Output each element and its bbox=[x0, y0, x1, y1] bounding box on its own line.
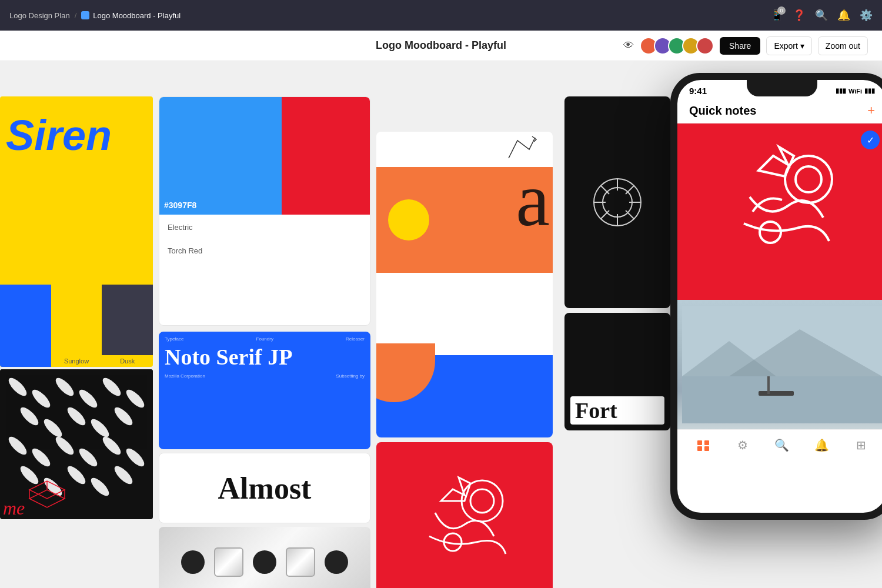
share-button[interactable]: Share bbox=[720, 37, 760, 55]
device-badge: 0 bbox=[777, 6, 786, 15]
export-label: Export bbox=[774, 41, 797, 51]
noto-subtitle-left: Typeface bbox=[165, 336, 183, 342]
search-icon[interactable]: 🔍 bbox=[815, 9, 828, 22]
almost-card: Almost bbox=[159, 453, 370, 523]
avatar-5 bbox=[696, 37, 714, 55]
noto-footer-left: Mozilla Corporation bbox=[165, 373, 205, 379]
sunglow-label: Sunglow bbox=[64, 355, 89, 367]
svg-line-9 bbox=[601, 186, 609, 194]
black-design-card bbox=[564, 96, 670, 308]
svg-point-44 bbox=[760, 222, 781, 243]
svg-line-11 bbox=[626, 186, 634, 194]
torch-red-swatch bbox=[282, 97, 370, 215]
svg-rect-53 bbox=[697, 446, 702, 451]
palette-card: #3097F8 Electric Torch Red bbox=[159, 96, 370, 326]
palette-bottom: Electric bbox=[159, 215, 370, 239]
fortune-text: Fort bbox=[575, 398, 617, 423]
noto-title: Noto Serif JP bbox=[159, 342, 370, 370]
nav-grid-icon[interactable]: ⊞ bbox=[853, 437, 869, 453]
export-chevron: ▾ bbox=[800, 41, 804, 51]
dusk-swatch-block bbox=[102, 285, 153, 355]
gear-svg bbox=[582, 167, 653, 238]
red-logo-card bbox=[376, 442, 553, 588]
dot-1 bbox=[181, 550, 205, 574]
svg-point-1 bbox=[470, 489, 494, 513]
yellow-swatch-block bbox=[51, 285, 102, 355]
palette-top: #3097F8 bbox=[159, 97, 370, 215]
blue-swatch bbox=[0, 285, 51, 367]
svg-point-0 bbox=[462, 480, 503, 522]
breadcrumb-current: Logo Moodboard - Playful bbox=[81, 11, 181, 20]
page-title: Logo Moodboard - Playful bbox=[376, 39, 506, 52]
zoom-out-button[interactable]: Zoom out bbox=[818, 36, 868, 55]
svg-rect-51 bbox=[697, 440, 702, 445]
notification-icon[interactable]: 🔔 bbox=[837, 9, 850, 22]
siren-card: Siren Sunglow Dusk bbox=[0, 96, 153, 367]
svg-text:me: me bbox=[3, 497, 25, 519]
phone-time: 9:41 bbox=[689, 86, 707, 96]
phone-logo bbox=[677, 123, 882, 300]
settings-icon[interactable]: ⚙️ bbox=[860, 9, 873, 22]
svg-rect-50 bbox=[767, 376, 770, 394]
landscape-svg bbox=[682, 306, 882, 423]
abstract-composition-card: a bbox=[376, 132, 553, 437]
noto-subtitle-right: Releaser bbox=[346, 336, 365, 342]
sketch-text-svg: me bbox=[0, 488, 118, 523]
svg-point-43 bbox=[796, 166, 821, 192]
svg-rect-54 bbox=[704, 446, 709, 451]
top-bar-actions: 📱 0 ❓ 🔍 🔔 ⚙️ bbox=[770, 9, 873, 22]
phone-plus-button[interactable]: + bbox=[867, 103, 875, 118]
canvas: Siren Sunglow Dusk #3097F8 bbox=[0, 61, 882, 588]
phone-red-section: ✓ bbox=[677, 123, 882, 300]
dot-3 bbox=[325, 550, 348, 574]
phone-bottom-nav: ⚙ 🔍 🔔 ⊞ bbox=[677, 429, 882, 460]
phone-header: Quick notes + bbox=[677, 98, 882, 123]
nav-home-icon[interactable] bbox=[695, 437, 711, 453]
signal-icon: ▮▮▮ bbox=[836, 87, 846, 95]
phone-check-icon: ✓ bbox=[861, 131, 880, 149]
phone-blue-section bbox=[677, 300, 882, 429]
phone-title: Quick notes bbox=[689, 104, 756, 118]
nav-settings-icon[interactable]: ⚙ bbox=[734, 437, 751, 453]
svg-line-12 bbox=[601, 211, 609, 219]
dot-2 bbox=[253, 550, 276, 574]
fortune-card: Fort bbox=[564, 313, 670, 430]
avatar-group bbox=[640, 37, 714, 55]
svg-rect-46 bbox=[682, 376, 882, 423]
noto-card: Typeface Foundry Releaser Noto Serif JP … bbox=[159, 332, 370, 449]
doc-icon bbox=[81, 11, 89, 19]
svg-point-42 bbox=[785, 156, 832, 203]
battery-icon: ▮▮▮ bbox=[864, 87, 875, 95]
viewers-icon: 👁 bbox=[623, 39, 634, 52]
almost-text: Almost bbox=[218, 471, 312, 506]
device-icon[interactable]: 📱 0 bbox=[770, 9, 783, 22]
breadcrumb-parent[interactable]: Logo Design Plan bbox=[9, 11, 70, 20]
breadcrumb-separator: / bbox=[75, 11, 77, 20]
electric-hex: #3097F8 bbox=[164, 201, 196, 210]
arc-section bbox=[376, 273, 553, 437]
noto-subtitle-mid: Foundry bbox=[256, 336, 273, 342]
blue-swatch-block bbox=[0, 285, 51, 367]
dusk-label: Dusk bbox=[120, 355, 135, 367]
fortune-label-bg: Fort bbox=[570, 396, 664, 425]
nav-search-icon[interactable]: 🔍 bbox=[774, 437, 790, 453]
svg-line-10 bbox=[626, 211, 634, 219]
phone-screen: 9:41 ▮▮▮ WiFi ▮▮▮ Quick notes + ✓ bbox=[677, 80, 882, 513]
orange-section: a bbox=[376, 167, 553, 273]
help-icon[interactable]: ❓ bbox=[793, 9, 806, 22]
phone-landscape bbox=[677, 300, 882, 429]
title-bar-right: 👁 Share Export ▾ Zoom out bbox=[623, 36, 868, 55]
wifi-icon: WiFi bbox=[848, 88, 862, 95]
dusk-swatch: Dusk bbox=[102, 285, 153, 367]
phone-logo-svg bbox=[717, 141, 847, 282]
phone-notch bbox=[747, 80, 817, 96]
export-button[interactable]: Export ▾ bbox=[766, 36, 811, 55]
phone-status-icons: ▮▮▮ WiFi ▮▮▮ bbox=[836, 87, 875, 95]
noto-header: Typeface Foundry Releaser bbox=[159, 332, 370, 342]
dots-card bbox=[159, 527, 370, 588]
breadcrumb-current-label: Logo Moodboard - Playful bbox=[93, 11, 181, 20]
yellow-swatch: Sunglow bbox=[51, 285, 102, 367]
top-bar: Logo Design Plan / Logo Moodboard - Play… bbox=[0, 0, 882, 31]
nav-notification-icon[interactable]: 🔔 bbox=[813, 437, 830, 453]
title-bar: Logo Moodboard - Playful 👁 Share Export … bbox=[0, 31, 882, 61]
